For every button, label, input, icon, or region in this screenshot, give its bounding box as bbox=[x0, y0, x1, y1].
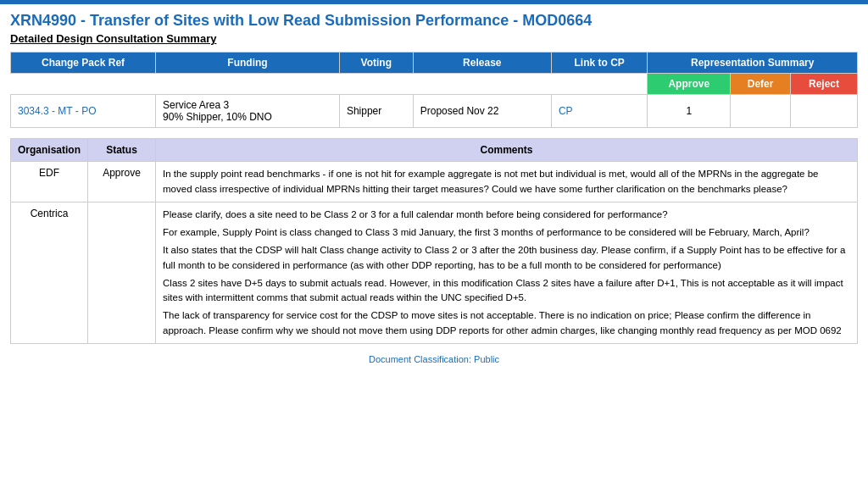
cp-link[interactable]: CP bbox=[559, 105, 573, 117]
comments-table: Organisation Status Comments EDFApproveI… bbox=[10, 138, 858, 344]
funding-line2: 90% Shipper, 10% DNO bbox=[163, 111, 272, 123]
comments-header: Comments bbox=[156, 139, 858, 162]
main-table-header-row: Change Pack Ref Funding Voting Release L… bbox=[11, 53, 858, 74]
status-cell: Approve bbox=[88, 162, 156, 202]
footer: Document Classification: Public bbox=[0, 354, 868, 371]
content-area: Change Pack Ref Funding Voting Release L… bbox=[0, 48, 868, 347]
comment-row: EDFApproveIn the supply point read bench… bbox=[11, 162, 858, 202]
change-pack-ref-cell[interactable]: 3034.3 - MT - PO bbox=[11, 95, 156, 128]
defer-cell bbox=[731, 95, 791, 128]
org-cell: EDF bbox=[11, 162, 88, 202]
defer-header: Defer bbox=[731, 74, 791, 95]
change-pack-ref-header: Change Pack Ref bbox=[11, 53, 156, 74]
page-title: XRN4990 - Transfer of Sites with Low Rea… bbox=[10, 11, 858, 30]
voting-cell: Shipper bbox=[339, 95, 413, 128]
release-cell: Proposed Nov 22 bbox=[413, 95, 551, 128]
page-subtitle: Detailed Design Consultation Summary bbox=[10, 32, 858, 45]
reject-cell bbox=[791, 95, 858, 128]
comments-cell: Please clarify, does a site need to be C… bbox=[156, 202, 858, 343]
organisation-header: Organisation bbox=[11, 139, 88, 162]
reject-header: Reject bbox=[791, 74, 858, 95]
org-cell: Centrica bbox=[11, 202, 88, 343]
rep-sub-header-row: Approve Defer Reject bbox=[11, 74, 858, 95]
status-header: Status bbox=[88, 139, 156, 162]
status-cell bbox=[88, 202, 156, 343]
comments-cell: In the supply point read benchmarks - if… bbox=[156, 162, 858, 202]
approve-cell: 1 bbox=[648, 95, 731, 128]
header: XRN4990 - Transfer of Sites with Low Rea… bbox=[0, 4, 868, 48]
release-header: Release bbox=[413, 53, 551, 74]
funding-cell: Service Area 3 90% Shipper, 10% DNO bbox=[156, 95, 340, 128]
comment-row: CentricaPlease clarify, does a site need… bbox=[11, 202, 858, 343]
link-to-cp-cell[interactable]: CP bbox=[551, 95, 648, 128]
rep-summary-header: Representation Summary bbox=[648, 53, 858, 74]
comments-header-row: Organisation Status Comments bbox=[11, 139, 858, 162]
voting-header: Voting bbox=[339, 53, 413, 74]
approve-header: Approve bbox=[648, 74, 731, 95]
main-table-row: 3034.3 - MT - PO Service Area 3 90% Ship… bbox=[11, 95, 858, 128]
funding-header: Funding bbox=[156, 53, 340, 74]
funding-line1: Service Area 3 bbox=[163, 99, 229, 111]
change-pack-ref-link[interactable]: 3034.3 - MT - PO bbox=[18, 105, 96, 117]
main-table: Change Pack Ref Funding Voting Release L… bbox=[10, 52, 858, 128]
footer-text: Document Classification: Public bbox=[369, 354, 499, 364]
link-to-cp-header: Link to CP bbox=[551, 53, 648, 74]
